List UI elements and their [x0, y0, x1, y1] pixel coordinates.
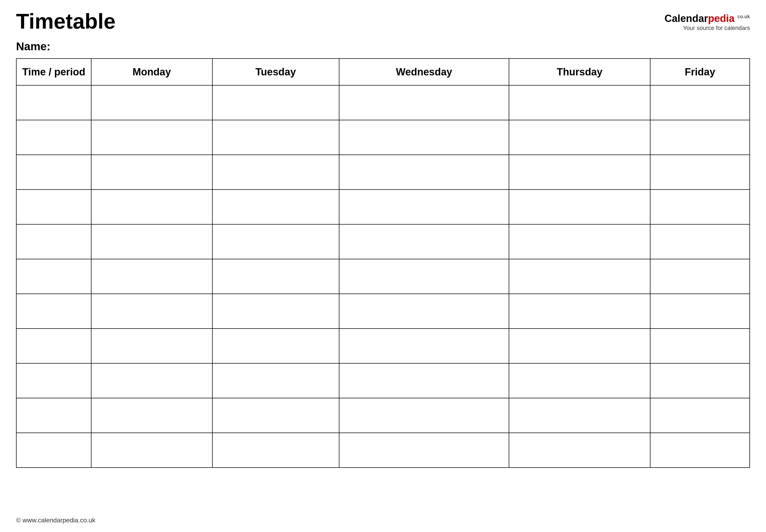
day-cell[interactable] — [509, 294, 650, 329]
day-cell[interactable] — [509, 85, 650, 120]
footer-text: © www.calendarpedia.co.uk — [16, 516, 95, 524]
day-cell[interactable] — [339, 329, 509, 363]
time-cell[interactable] — [16, 294, 91, 329]
time-cell[interactable] — [16, 85, 91, 120]
day-cell[interactable] — [212, 85, 339, 120]
logo-area: Calendarpedia co.uk Your source for cale… — [665, 13, 750, 32]
header-friday: Friday — [650, 59, 750, 85]
header-thursday: Thursday — [509, 59, 650, 85]
day-cell[interactable] — [509, 155, 650, 190]
time-cell[interactable] — [16, 259, 91, 294]
logo-domain: co.uk — [737, 14, 750, 19]
day-cell[interactable] — [509, 433, 650, 468]
day-cell[interactable] — [509, 120, 650, 155]
name-label: Name: — [16, 40, 750, 53]
day-cell[interactable] — [650, 224, 750, 259]
logo-text: Calendarpedia co.uk — [665, 13, 750, 24]
day-cell[interactable] — [91, 433, 212, 468]
day-cell[interactable] — [91, 120, 212, 155]
day-cell[interactable] — [212, 259, 339, 294]
time-cell[interactable] — [16, 433, 91, 468]
day-cell[interactable] — [91, 398, 212, 433]
table-row — [16, 363, 750, 398]
day-cell[interactable] — [339, 224, 509, 259]
page-title: Timetable — [16, 11, 115, 32]
table-row — [16, 398, 750, 433]
day-cell[interactable] — [650, 329, 750, 363]
page-header: Timetable Calendarpedia co.uk Your sourc… — [16, 11, 750, 32]
day-cell[interactable] — [212, 224, 339, 259]
day-cell[interactable] — [509, 398, 650, 433]
day-cell[interactable] — [212, 155, 339, 190]
table-row — [16, 294, 750, 329]
day-cell[interactable] — [339, 363, 509, 398]
time-cell[interactable] — [16, 224, 91, 259]
table-row — [16, 224, 750, 259]
table-row — [16, 259, 750, 294]
header-wednesday: Wednesday — [339, 59, 509, 85]
day-cell[interactable] — [91, 155, 212, 190]
header-tuesday: Tuesday — [212, 59, 339, 85]
time-cell[interactable] — [16, 120, 91, 155]
time-cell[interactable] — [16, 398, 91, 433]
day-cell[interactable] — [650, 433, 750, 468]
day-cell[interactable] — [339, 190, 509, 224]
time-cell[interactable] — [16, 363, 91, 398]
day-cell[interactable] — [339, 433, 509, 468]
day-cell[interactable] — [339, 85, 509, 120]
day-cell[interactable] — [650, 120, 750, 155]
logo-pedia: pedia — [708, 13, 734, 24]
header-monday: Monday — [91, 59, 212, 85]
table-header-row: Time / period Monday Tuesday Wednesday T… — [16, 59, 750, 85]
day-cell[interactable] — [91, 85, 212, 120]
day-cell[interactable] — [339, 294, 509, 329]
day-cell[interactable] — [212, 120, 339, 155]
day-cell[interactable] — [212, 294, 339, 329]
day-cell[interactable] — [650, 294, 750, 329]
header-time-period: Time / period — [16, 59, 91, 85]
logo-calendar: Calendar — [665, 13, 708, 24]
day-cell[interactable] — [650, 259, 750, 294]
day-cell[interactable] — [339, 155, 509, 190]
table-row — [16, 329, 750, 363]
day-cell[interactable] — [339, 259, 509, 294]
day-cell[interactable] — [212, 433, 339, 468]
day-cell[interactable] — [339, 398, 509, 433]
day-cell[interactable] — [509, 190, 650, 224]
day-cell[interactable] — [91, 329, 212, 363]
day-cell[interactable] — [650, 190, 750, 224]
table-row — [16, 190, 750, 224]
day-cell[interactable] — [91, 190, 212, 224]
day-cell[interactable] — [509, 329, 650, 363]
day-cell[interactable] — [650, 85, 750, 120]
day-cell[interactable] — [509, 259, 650, 294]
day-cell[interactable] — [650, 363, 750, 398]
day-cell[interactable] — [91, 259, 212, 294]
day-cell[interactable] — [91, 224, 212, 259]
logo-subtitle: Your source for calendars — [683, 25, 750, 32]
time-cell[interactable] — [16, 329, 91, 363]
timetable: Time / period Monday Tuesday Wednesday T… — [16, 58, 750, 468]
day-cell[interactable] — [212, 329, 339, 363]
table-row — [16, 433, 750, 468]
day-cell[interactable] — [212, 190, 339, 224]
day-cell[interactable] — [509, 363, 650, 398]
day-cell[interactable] — [91, 294, 212, 329]
day-cell[interactable] — [212, 363, 339, 398]
day-cell[interactable] — [509, 224, 650, 259]
day-cell[interactable] — [650, 155, 750, 190]
table-row — [16, 85, 750, 120]
day-cell[interactable] — [212, 398, 339, 433]
day-cell[interactable] — [339, 120, 509, 155]
time-cell[interactable] — [16, 155, 91, 190]
table-row — [16, 155, 750, 190]
time-cell[interactable] — [16, 190, 91, 224]
day-cell[interactable] — [650, 398, 750, 433]
table-row — [16, 120, 750, 155]
day-cell[interactable] — [91, 363, 212, 398]
